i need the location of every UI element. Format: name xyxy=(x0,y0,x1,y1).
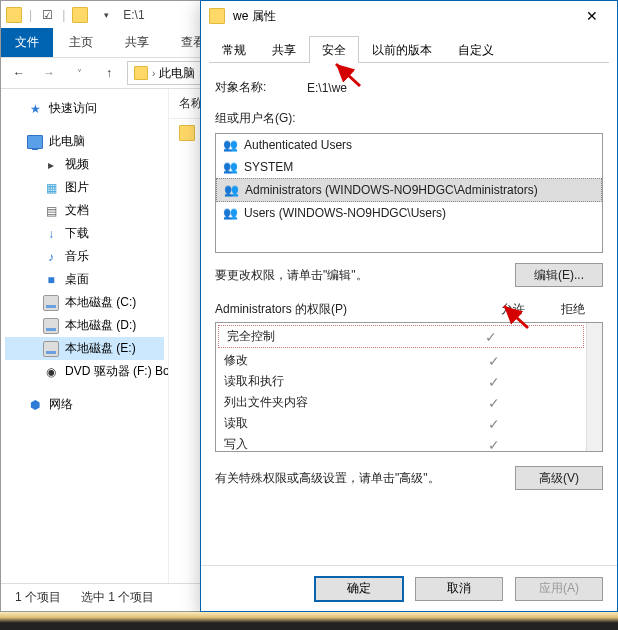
folder-icon xyxy=(134,66,148,80)
object-name-label: 对象名称: xyxy=(215,79,301,96)
perm-row-modify[interactable]: 修改✓ xyxy=(216,350,586,371)
nav-back-button[interactable]: ← xyxy=(7,61,31,85)
dialog-tabs: 常规 共享 安全 以前的版本 自定义 xyxy=(209,35,609,63)
sidebar-item-label: 快速访问 xyxy=(49,100,97,117)
group-user-list[interactable]: 👥Authenticated Users 👥SYSTEM 👥Administra… xyxy=(215,133,603,253)
groups-label: 组或用户名(G): xyxy=(215,110,296,127)
close-button[interactable]: ✕ xyxy=(575,5,609,27)
cancel-button[interactable]: 取消 xyxy=(415,577,503,601)
advanced-button[interactable]: 高级(V) xyxy=(515,466,603,490)
check-icon: ✓ xyxy=(466,374,522,390)
check-icon: ✓ xyxy=(463,329,519,345)
sidebar-item-label: 桌面 xyxy=(65,271,89,288)
perm-row-read[interactable]: 读取✓ xyxy=(216,413,586,434)
users-icon: 👥 xyxy=(222,137,238,153)
dropdown-icon[interactable]: ▾ xyxy=(97,6,115,24)
folder-icon xyxy=(71,6,89,24)
sidebar-item-documents[interactable]: ▤文档 xyxy=(5,199,164,222)
star-icon: ★ xyxy=(27,101,43,117)
crumb-thispc[interactable]: 此电脑 xyxy=(159,65,195,82)
perm-row-write[interactable]: 写入✓ xyxy=(216,434,586,451)
group-item-label: Authenticated Users xyxy=(244,138,352,152)
tab-custom[interactable]: 自定义 xyxy=(445,36,507,63)
perm-label: 读取和执行 xyxy=(224,373,466,390)
picture-icon: ▦ xyxy=(43,180,59,196)
sidebar-item-label: 网络 xyxy=(49,396,73,413)
sidebar-item-label: 视频 xyxy=(65,156,89,173)
ok-button[interactable]: 确定 xyxy=(315,577,403,601)
download-icon: ↓ xyxy=(43,226,59,242)
users-icon: 👥 xyxy=(223,182,239,198)
sidebar-item-label: 文档 xyxy=(65,202,89,219)
tab-general[interactable]: 常规 xyxy=(209,36,259,63)
sidebar-item-network[interactable]: ⬢网络 xyxy=(5,393,164,416)
perm-label: 修改 xyxy=(224,352,466,369)
nav-recent-button[interactable]: ˅ xyxy=(67,61,91,85)
advanced-hint: 有关特殊权限或高级设置，请单击"高级"。 xyxy=(215,470,440,487)
music-icon: ♪ xyxy=(43,249,59,265)
sidebar-item-videos[interactable]: ▸视频 xyxy=(5,153,164,176)
network-icon: ⬢ xyxy=(27,397,43,413)
ribbon-tab-file[interactable]: 文件 xyxy=(1,28,53,57)
separator: | xyxy=(62,8,65,22)
scrollbar[interactable] xyxy=(586,323,602,451)
group-item-label: Users (WINDOWS-NO9HDGC\Users) xyxy=(244,206,446,220)
sidebar-item-pictures[interactable]: ▦图片 xyxy=(5,176,164,199)
sidebar-item-downloads[interactable]: ↓下载 xyxy=(5,222,164,245)
status-item-count: 1 个项目 xyxy=(15,589,61,606)
check-icon: ✓ xyxy=(466,437,522,452)
perm-label: 写入 xyxy=(224,436,466,451)
check-icon: ✓ xyxy=(466,395,522,411)
disc-icon: ◉ xyxy=(43,364,59,380)
group-item-administrators[interactable]: 👥Administrators (WINDOWS-NO9HDGC\Adminis… xyxy=(216,178,602,202)
group-item-users[interactable]: 👥Users (WINDOWS-NO9HDGC\Users) xyxy=(216,202,602,224)
allow-header: 允许 xyxy=(483,301,543,318)
disk-icon xyxy=(43,341,59,357)
sidebar-item-quick-access[interactable]: ★快速访问 xyxy=(5,97,164,120)
sidebar-item-desktop[interactable]: ■桌面 xyxy=(5,268,164,291)
sidebar-item-disk-c[interactable]: 本地磁盘 (C:) xyxy=(5,291,164,314)
edit-button[interactable]: 编辑(E)... xyxy=(515,263,603,287)
ribbon-tab-share[interactable]: 共享 xyxy=(109,28,165,57)
sidebar-item-label: 本地磁盘 (D:) xyxy=(65,317,136,334)
sidebar-item-dvd[interactable]: ◉DVD 驱动器 (F:) Bo xyxy=(5,360,164,383)
perm-row-full-control[interactable]: 完全控制✓ xyxy=(218,325,584,348)
apply-button[interactable]: 应用(A) xyxy=(515,577,603,601)
disk-icon xyxy=(43,318,59,334)
nav-up-button[interactable]: ↑ xyxy=(97,61,121,85)
nav-forward-button[interactable]: → xyxy=(37,61,61,85)
address-box[interactable]: › 此电脑 › xyxy=(127,61,210,85)
perm-row-list-folder[interactable]: 列出文件夹内容✓ xyxy=(216,392,586,413)
chevron-right-icon: › xyxy=(152,68,155,79)
sidebar-item-label: 此电脑 xyxy=(49,133,85,150)
tab-security[interactable]: 安全 xyxy=(309,36,359,63)
checkbox-icon[interactable]: ☑ xyxy=(38,6,56,24)
separator: | xyxy=(29,8,32,22)
folder-icon xyxy=(209,8,225,24)
sidebar-item-this-pc[interactable]: 此电脑 xyxy=(5,130,164,153)
sidebar-item-disk-d[interactable]: 本地磁盘 (D:) xyxy=(5,314,164,337)
tab-previous-versions[interactable]: 以前的版本 xyxy=(359,36,445,63)
status-selected-count: 选中 1 个项目 xyxy=(81,589,154,606)
dialog-body: 对象名称: E:\1\we 组或用户名(G): 👥Authenticated U… xyxy=(201,63,617,565)
perm-row-read-execute[interactable]: 读取和执行✓ xyxy=(216,371,586,392)
group-item-label: SYSTEM xyxy=(244,160,293,174)
tab-share[interactable]: 共享 xyxy=(259,36,309,63)
deny-header: 拒绝 xyxy=(543,301,603,318)
sidebar-item-music[interactable]: ♪音乐 xyxy=(5,245,164,268)
group-item-authenticated-users[interactable]: 👥Authenticated Users xyxy=(216,134,602,156)
permissions-list: 完全控制✓ 修改✓ 读取和执行✓ 列出文件夹内容✓ 读取✓ 写入✓ xyxy=(215,322,603,452)
group-item-system[interactable]: 👥SYSTEM xyxy=(216,156,602,178)
dialog-titlebar: we 属性 ✕ xyxy=(201,1,617,31)
taskbar xyxy=(0,612,618,630)
object-name-value: E:\1\we xyxy=(307,81,347,95)
ribbon-tab-home[interactable]: 主页 xyxy=(53,28,109,57)
disk-icon xyxy=(43,295,59,311)
perm-label: 完全控制 xyxy=(227,328,463,345)
sidebar-item-disk-e[interactable]: 本地磁盘 (E:) xyxy=(5,337,164,360)
permissions-label: Administrators 的权限(P) xyxy=(215,301,483,318)
folder-icon xyxy=(5,6,23,24)
explorer-sidebar: ★快速访问 此电脑 ▸视频 ▦图片 ▤文档 ↓下载 ♪音乐 ■桌面 本地磁盘 (… xyxy=(1,89,169,583)
address-hint: E:\1 xyxy=(123,8,144,22)
properties-dialog: we 属性 ✕ 常规 共享 安全 以前的版本 自定义 对象名称: E:\1\we… xyxy=(200,0,618,612)
